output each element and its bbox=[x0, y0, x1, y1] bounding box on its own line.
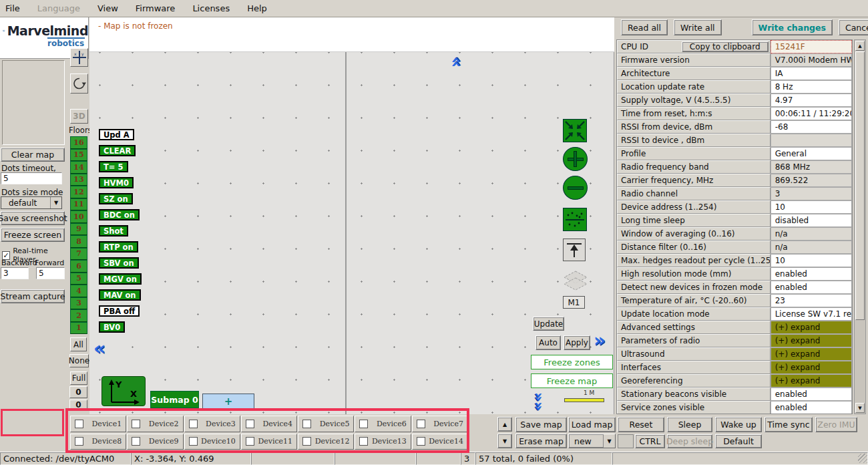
rotate-button[interactable] bbox=[70, 73, 88, 94]
stream-capture-button[interactable]: Stream capture bbox=[1, 289, 65, 303]
floors-none-button[interactable]: None bbox=[69, 354, 89, 367]
device-checkbox-device13[interactable] bbox=[359, 437, 368, 446]
device-cell-device8[interactable]: Device8 bbox=[70, 434, 126, 450]
map-button-mgv-on[interactable]: MGV on bbox=[99, 273, 142, 285]
param-value[interactable]: (+) expand bbox=[771, 374, 852, 388]
param-value[interactable]: 3 bbox=[771, 187, 852, 200]
time-sync-button[interactable]: Time sync bbox=[765, 417, 813, 432]
device-checkbox-device7[interactable] bbox=[417, 420, 425, 428]
device-checkbox-device10[interactable] bbox=[189, 437, 198, 446]
device-checkbox-device12[interactable] bbox=[302, 437, 311, 446]
device-cell-device1[interactable]: Device1 bbox=[70, 416, 126, 432]
device-checkbox-device6[interactable] bbox=[359, 420, 368, 428]
device-checkbox-device2[interactable] bbox=[132, 420, 140, 428]
resize-grip-icon[interactable] bbox=[858, 454, 867, 463]
param-value[interactable]: 10 bbox=[771, 254, 852, 267]
param-value[interactable]: (+) expand bbox=[771, 347, 852, 361]
floor-button-5[interactable]: 5 bbox=[70, 273, 87, 285]
floor-button-7[interactable]: 7 bbox=[70, 248, 87, 261]
param-value[interactable]: 15241F bbox=[771, 40, 852, 53]
ctrl-button[interactable]: CTRL bbox=[635, 434, 665, 448]
device-checkbox-device3[interactable] bbox=[189, 420, 198, 428]
floor-button-15[interactable]: 15 bbox=[70, 149, 87, 162]
device-checkbox-device4[interactable] bbox=[246, 420, 254, 428]
scrollbar-thumb[interactable] bbox=[855, 51, 865, 320]
menu-firmware[interactable]: Firmware bbox=[136, 3, 176, 13]
freeze-zones-button[interactable]: Freeze zones bbox=[531, 355, 613, 369]
map-button-sz-on[interactable]: SZ on bbox=[99, 193, 133, 204]
save-map-button[interactable]: Save map bbox=[515, 417, 567, 432]
floor-button-2[interactable]: 2 bbox=[70, 309, 87, 322]
device-cell-device4[interactable]: Device4 bbox=[241, 416, 297, 432]
menu-help[interactable]: Help bbox=[247, 3, 267, 13]
update-button[interactable]: Update bbox=[533, 317, 564, 331]
pan-up-icon[interactable]: » bbox=[447, 57, 464, 68]
deep-sleep-button[interactable]: Deep sleep bbox=[667, 434, 712, 448]
scroll-up-icon[interactable]: ▲ bbox=[855, 41, 865, 51]
floor-button-16[interactable]: 16 bbox=[70, 136, 87, 149]
menu-language[interactable]: Language bbox=[37, 3, 80, 13]
menu-file[interactable]: File bbox=[5, 3, 20, 13]
device-cell-device3[interactable]: Device3 bbox=[184, 416, 240, 432]
backward-input[interactable]: 3 bbox=[1, 267, 29, 279]
map-button-bdc-on[interactable]: BDC on bbox=[99, 209, 140, 220]
menu-licenses[interactable]: Licenses bbox=[192, 3, 230, 13]
param-value[interactable]: IA bbox=[771, 67, 852, 80]
param-value[interactable] bbox=[771, 134, 852, 147]
ctrl-checkbox[interactable] bbox=[618, 434, 634, 448]
move-to-top-icon[interactable] bbox=[563, 239, 586, 261]
cancel-changes-button[interactable]: Cancel changes bbox=[839, 19, 868, 35]
floor-button-9[interactable]: 9 bbox=[70, 223, 87, 236]
floor-button-1[interactable]: 1 bbox=[70, 322, 87, 335]
device-list-down-button[interactable]: ▼ bbox=[497, 434, 512, 448]
load-map-button[interactable]: Load map bbox=[568, 417, 616, 432]
floor-button-14[interactable]: 14 bbox=[70, 161, 87, 174]
pan-right-icon[interactable]: » bbox=[594, 331, 606, 350]
param-value[interactable]: n/a bbox=[771, 227, 852, 241]
floor-button-4[interactable]: 4 bbox=[70, 285, 87, 297]
map-button-mav-on[interactable]: MAV on bbox=[99, 289, 141, 301]
param-value[interactable]: 869.522 bbox=[771, 174, 852, 187]
floor-button-6[interactable]: 6 bbox=[70, 260, 87, 273]
zoom-out-icon[interactable] bbox=[563, 176, 588, 200]
param-value[interactable]: 10 bbox=[771, 200, 852, 214]
device-cell-device14[interactable]: Device14 bbox=[412, 434, 468, 450]
zero-bottom-button[interactable]: 0 bbox=[69, 400, 87, 410]
device-checkbox-device8[interactable] bbox=[75, 437, 83, 446]
freeze-map-button[interactable]: Freeze map bbox=[531, 373, 613, 388]
pan-left-icon[interactable]: « bbox=[93, 339, 105, 358]
m1-button[interactable]: M1 bbox=[563, 296, 585, 309]
device-list-up-button[interactable]: ▲ bbox=[497, 417, 512, 432]
param-value[interactable]: 4.97 bbox=[771, 94, 852, 107]
device-cell-device6[interactable]: Device6 bbox=[355, 416, 411, 432]
param-value[interactable]: General bbox=[771, 147, 852, 160]
zero-top-button[interactable]: 0 bbox=[69, 386, 87, 398]
dots-timeout-input[interactable]: 5 bbox=[1, 172, 62, 184]
zero-imu-button[interactable]: Zero IMU bbox=[815, 417, 857, 432]
menu-view[interactable]: View bbox=[97, 3, 118, 13]
dots-size-mode-select[interactable]: default ▼ bbox=[1, 196, 62, 209]
clear-map-button[interactable]: Clear map bbox=[1, 148, 65, 162]
map-select[interactable]: new ▼ bbox=[568, 434, 616, 448]
param-value[interactable]: 8 Hz bbox=[771, 80, 852, 94]
write-changes-button[interactable]: Write changes bbox=[752, 19, 833, 35]
param-value[interactable]: (+) expand bbox=[771, 321, 852, 334]
default-button[interactable]: Default bbox=[715, 434, 762, 448]
param-value[interactable]: 23 bbox=[771, 294, 852, 307]
tab-add-submap[interactable]: + bbox=[202, 394, 254, 409]
sleep-button[interactable]: Sleep bbox=[667, 417, 712, 432]
param-value[interactable]: (+) expand bbox=[771, 361, 852, 374]
device-cell-device11[interactable]: Device11 bbox=[241, 434, 297, 450]
map-button-hvm0[interactable]: HVM0 bbox=[99, 177, 134, 188]
map-button-shot[interactable]: Shot bbox=[99, 225, 128, 237]
map-canvas[interactable]: Upd ACLEART= 5HVM0SZ onBDC onShotRTP onS… bbox=[89, 52, 614, 414]
device-cell-device7[interactable]: Device7 bbox=[412, 416, 468, 432]
device-cell-device5[interactable]: Device5 bbox=[298, 416, 354, 432]
auto-button[interactable]: Auto bbox=[535, 335, 561, 350]
param-value[interactable]: enabled bbox=[771, 281, 852, 294]
floor-button-3[interactable]: 3 bbox=[70, 297, 87, 310]
param-value[interactable]: License SW v7.1 requi bbox=[771, 307, 852, 321]
param-value[interactable]: 00:06:11 / 11:29:20 / ( bbox=[771, 107, 852, 120]
pan-down-icon[interactable]: » » bbox=[534, 390, 544, 414]
param-value[interactable]: (+) expand bbox=[771, 334, 852, 347]
